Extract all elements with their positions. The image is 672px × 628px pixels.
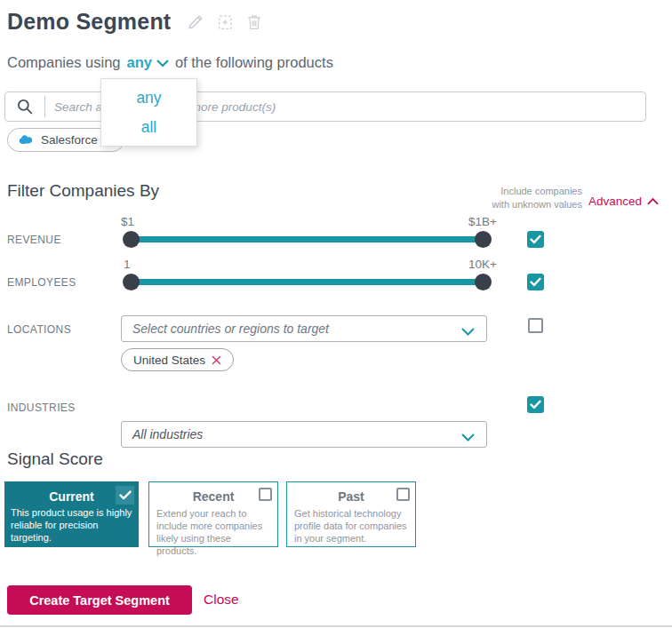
revenue-unknown-checkbox[interactable] (527, 231, 544, 248)
search-icon (5, 98, 44, 115)
unknown-values-note-line2: with unknown values (468, 198, 582, 211)
signal-card-desc: This product usage is highly reliable fo… (5, 504, 138, 544)
locations-label: LOCATIONS (7, 323, 71, 336)
trash-icon[interactable] (244, 12, 265, 33)
revenue-slider-handle-max[interactable] (475, 231, 492, 248)
header: Demo Segment (7, 9, 265, 35)
location-chip-united-states: United States (121, 348, 234, 371)
salesforce-cloud-icon (18, 133, 34, 147)
revenue-label: REVENUE (7, 234, 61, 246)
industries-unknown-checkbox[interactable] (527, 396, 544, 413)
duplicate-icon[interactable] (214, 12, 236, 33)
revenue-min-label: $1 (121, 215, 134, 228)
card-checked-icon[interactable] (116, 486, 134, 505)
chevron-down-icon (461, 324, 475, 340)
industries-select-value: All industries (132, 427, 203, 441)
locations-select-placeholder: Select countries or regions to target (132, 322, 329, 336)
match-option-any[interactable]: any (101, 83, 196, 113)
page-title: Demo Segment (7, 9, 171, 35)
unknown-values-note-line1: Include companies (468, 185, 582, 198)
employees-slider-track[interactable] (127, 279, 485, 285)
product-match-sentence: Companies using any of the following pro… (7, 54, 333, 71)
employees-slider-handle-max[interactable] (475, 274, 492, 290)
edit-pencil-icon[interactable] (185, 12, 206, 33)
advanced-label: Advanced (588, 195, 642, 208)
checkmark-icon (530, 277, 541, 287)
locations-unknown-checkbox[interactable] (528, 318, 543, 333)
signal-card-past[interactable]: Past Get historical technology profile d… (286, 481, 416, 547)
card-checkbox[interactable] (396, 488, 410, 501)
advanced-toggle[interactable]: Advanced (588, 195, 659, 208)
industries-select[interactable]: All industries (121, 421, 487, 448)
signal-card-recent[interactable]: Recent Extend your reach to include more… (148, 481, 278, 547)
employees-slider-handle-min[interactable] (123, 274, 140, 290)
revenue-slider-track[interactable] (127, 236, 485, 242)
employees-label: EMPLOYEES (7, 276, 76, 289)
match-option-all[interactable]: all (101, 113, 196, 142)
chevron-down-icon (461, 430, 475, 446)
create-target-segment-button[interactable]: Create Target Segment (7, 585, 192, 615)
checkmark-icon (530, 235, 541, 244)
unknown-values-note: Include companies with unknown values (468, 185, 582, 212)
employees-min-label: 1 (124, 258, 131, 271)
selected-product-label: Salesforce C (41, 133, 109, 147)
signal-card-desc: Extend your reach to include more compan… (149, 504, 277, 557)
checkmark-icon (530, 400, 541, 409)
employees-unknown-checkbox[interactable] (527, 274, 544, 290)
industries-label: INDUSTRIES (7, 401, 76, 414)
match-mode-dropdown: any all (100, 78, 197, 147)
signal-score-heading: Signal Score (7, 449, 103, 469)
location-chip-label: United States (133, 354, 205, 367)
revenue-max-label: $1B+ (468, 215, 497, 228)
signal-card-desc: Get historical technology profile data f… (287, 504, 415, 545)
match-mode-select[interactable]: any (127, 54, 169, 71)
segment-builder-page: Demo Segment Companies using any of the … (0, 0, 672, 628)
chevron-up-icon (647, 195, 659, 208)
locations-select[interactable]: Select countries or regions to target (121, 315, 487, 342)
card-checkbox[interactable] (259, 488, 272, 501)
match-mode-value: any (127, 54, 152, 71)
title-actions (185, 12, 265, 33)
match-sentence-suffix: of the following products (175, 54, 333, 71)
remove-location-icon[interactable] (212, 355, 221, 365)
signal-card-current[interactable]: Current This product usage is highly rel… (4, 481, 139, 547)
filter-section-heading: Filter Companies By (7, 181, 159, 201)
close-link[interactable]: Close (204, 592, 239, 608)
chevron-down-icon (156, 54, 169, 71)
revenue-slider-handle-min[interactable] (123, 231, 140, 248)
employees-max-label: 10K+ (468, 258, 497, 271)
match-sentence-prefix: Companies using (7, 54, 121, 71)
bottom-divider (0, 625, 672, 627)
